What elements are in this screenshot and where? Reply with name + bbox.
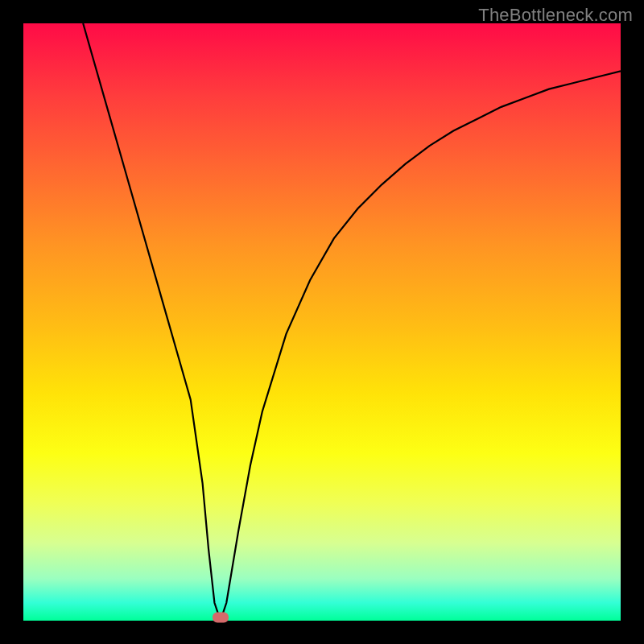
plot-area: [23, 23, 621, 621]
bottleneck-curve: [83, 23, 621, 621]
optimal-marker: [213, 613, 229, 623]
curve-svg: [23, 23, 621, 621]
watermark-text: TheBottleneck.com: [478, 5, 633, 26]
